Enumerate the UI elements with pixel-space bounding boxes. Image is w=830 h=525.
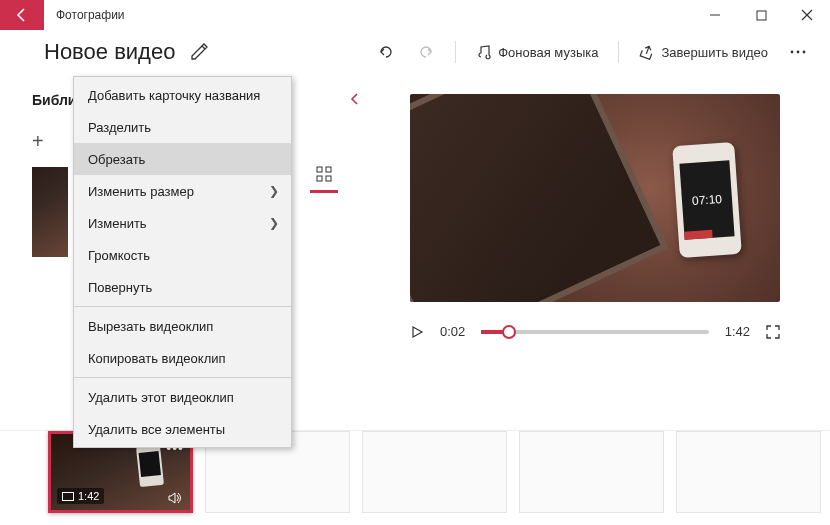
menu-item-label: Копировать видеоклип — [88, 351, 226, 366]
storyboard-empty-slot[interactable] — [362, 431, 507, 513]
menu-delete-clip[interactable]: Удалить этот видеоклип — [74, 381, 291, 413]
titlebar: Фотографии — [0, 0, 830, 30]
clip-sound-button[interactable] — [168, 492, 182, 504]
current-time: 0:02 — [440, 324, 465, 339]
menu-add-title-card[interactable]: Добавить карточку названия — [74, 79, 291, 111]
menu-separator — [74, 377, 291, 378]
finish-video-label: Завершить видео — [661, 45, 768, 60]
fullscreen-button[interactable] — [766, 325, 780, 339]
speaker-icon — [168, 492, 182, 504]
more-options-button[interactable] — [784, 46, 812, 58]
svg-rect-6 — [326, 167, 331, 172]
clip-thumb-content — [136, 445, 164, 487]
undo-button[interactable] — [371, 39, 401, 65]
window-controls — [692, 0, 830, 30]
undo-icon — [377, 43, 395, 61]
svg-rect-7 — [317, 176, 322, 181]
total-time: 1:42 — [725, 324, 750, 339]
menu-item-label: Удалить все элементы — [88, 422, 225, 437]
context-menu: Добавить карточку названия Разделить Обр… — [73, 76, 292, 448]
player-controls: 0:02 1:42 — [410, 324, 780, 339]
menu-trim[interactable]: Обрезать — [74, 143, 291, 175]
menu-volume[interactable]: Громкость — [74, 239, 291, 271]
music-icon — [476, 44, 492, 60]
minimize-icon — [709, 9, 721, 21]
menu-item-label: Добавить карточку названия — [88, 88, 260, 103]
svg-rect-1 — [757, 11, 766, 20]
close-icon — [801, 9, 813, 21]
plus-icon: + — [32, 130, 44, 152]
minimize-button[interactable] — [692, 0, 738, 30]
menu-item-label: Разделить — [88, 120, 151, 135]
menu-separator — [74, 306, 291, 307]
svg-rect-8 — [326, 176, 331, 181]
app-title: Фотографии — [56, 8, 125, 22]
redo-button[interactable] — [411, 39, 441, 65]
svg-point-4 — [803, 51, 806, 54]
menu-rotate[interactable]: Повернуть — [74, 271, 291, 303]
preview-panel: 07:10 0:02 1:42 — [370, 74, 830, 430]
chevron-right-icon: ❯ — [269, 184, 279, 198]
toolbar-divider — [455, 41, 456, 63]
scrubber[interactable] — [481, 330, 708, 334]
redo-icon — [417, 43, 435, 61]
edit-title-button[interactable] — [189, 42, 209, 62]
menu-item-label: Обрезать — [88, 152, 145, 167]
export-icon — [639, 44, 655, 60]
menu-resize[interactable]: Изменить размер❯ — [74, 175, 291, 207]
toolbar: Новое видео Фоновая музыка Завершить вид… — [0, 30, 830, 74]
menu-item-label: Вырезать видеоклип — [88, 319, 213, 334]
menu-item-label: Удалить этот видеоклип — [88, 390, 234, 405]
more-icon — [790, 50, 806, 54]
clip-duration-text: 1:42 — [78, 490, 99, 502]
video-preview[interactable]: 07:10 — [410, 94, 780, 302]
maximize-button[interactable] — [738, 0, 784, 30]
svg-point-2 — [791, 51, 794, 54]
fullscreen-icon — [766, 325, 780, 339]
menu-copy-clip[interactable]: Копировать видеоклип — [74, 342, 291, 374]
clip-duration-badge: 1:42 — [57, 488, 104, 504]
svg-rect-5 — [317, 167, 322, 172]
menu-edit[interactable]: Изменить❯ — [74, 207, 291, 239]
maximize-icon — [756, 10, 767, 21]
collapse-panel-button[interactable] — [348, 92, 362, 106]
background-music-label: Фоновая музыка — [498, 45, 598, 60]
svg-point-3 — [797, 51, 800, 54]
close-button[interactable] — [784, 0, 830, 30]
preview-content — [410, 94, 669, 302]
play-button[interactable] — [410, 325, 424, 339]
menu-item-label: Громкость — [88, 248, 150, 263]
phone-time: 07:10 — [692, 192, 723, 208]
menu-cut-clip[interactable]: Вырезать видеоклип — [74, 310, 291, 342]
preview-content-phone: 07:10 — [672, 142, 742, 258]
background-music-button[interactable]: Фоновая музыка — [470, 40, 604, 64]
library-thumbnail[interactable] — [32, 167, 68, 257]
view-mode-toggle[interactable] — [310, 160, 338, 193]
toolbar-divider — [618, 41, 619, 63]
arrow-left-icon — [14, 7, 30, 23]
storyboard-empty-slot[interactable] — [519, 431, 664, 513]
chevron-right-icon: ❯ — [269, 216, 279, 230]
grid-icon — [316, 166, 332, 182]
back-button[interactable] — [0, 0, 44, 30]
aspect-icon — [62, 492, 74, 501]
menu-delete-all[interactable]: Удалить все элементы — [74, 413, 291, 445]
play-icon — [410, 325, 424, 339]
menu-item-label: Изменить размер — [88, 184, 194, 199]
project-title: Новое видео — [44, 39, 175, 65]
scrubber-handle[interactable] — [502, 325, 516, 339]
finish-video-button[interactable]: Завершить видео — [633, 40, 774, 64]
storyboard-empty-slot[interactable] — [676, 431, 821, 513]
chevron-left-icon — [348, 92, 362, 106]
menu-split[interactable]: Разделить — [74, 111, 291, 143]
svg-rect-9 — [63, 492, 74, 500]
view-mode-indicator — [310, 190, 338, 193]
menu-item-label: Повернуть — [88, 280, 152, 295]
pencil-icon — [189, 42, 209, 62]
menu-item-label: Изменить — [88, 216, 147, 231]
